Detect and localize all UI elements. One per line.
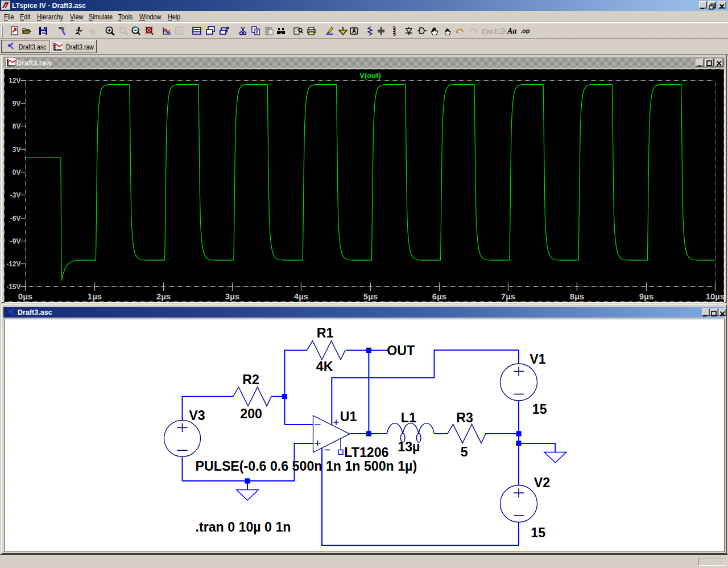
svg-text:LT1206: LT1206 <box>344 445 388 460</box>
svg-text:PULSE(-0.6 0.6 500n 1n 1n 500n: PULSE(-0.6 0.6 500n 1n 1n 500n 1µ) <box>196 459 417 474</box>
svg-text:V(out): V(out) <box>359 71 381 80</box>
svg-text:L1: L1 <box>401 410 416 425</box>
svg-text:OUT: OUT <box>387 343 415 358</box>
svg-text:5µs: 5µs <box>363 291 378 301</box>
svg-text:-15V: -15V <box>6 283 20 291</box>
svg-text:A: A <box>352 28 356 34</box>
svg-text:12V: 12V <box>9 77 20 85</box>
svg-text:9V: 9V <box>13 100 21 108</box>
svg-text:3µs: 3µs <box>225 291 239 301</box>
svg-text:2µs: 2µs <box>156 291 171 301</box>
svg-text:10µs: 10µs <box>706 291 724 301</box>
svg-text:Aa: Aa <box>507 27 516 35</box>
svg-text:E∋: E∋ <box>494 27 506 35</box>
svg-text:8µs: 8µs <box>570 291 584 301</box>
svg-text:4K: 4K <box>316 359 333 374</box>
svg-text:9µs: 9µs <box>639 291 653 301</box>
svg-text:0µs: 0µs <box>18 291 32 301</box>
svg-text:5: 5 <box>461 444 468 459</box>
svg-text:3V: 3V <box>13 146 21 154</box>
svg-text:-6V: -6V <box>10 215 21 223</box>
svg-text:1µs: 1µs <box>88 291 102 301</box>
svg-text:.op: .op <box>520 27 530 34</box>
svg-text:7µs: 7µs <box>501 291 515 301</box>
svg-text:R3: R3 <box>456 410 473 425</box>
svg-text:-3V: -3V <box>10 191 21 199</box>
svg-text:0V: 0V <box>13 168 21 176</box>
svg-text:6V: 6V <box>13 122 21 130</box>
svg-text:13µ: 13µ <box>398 439 420 454</box>
svg-text:U1: U1 <box>340 409 357 424</box>
svg-text:V3: V3 <box>189 408 205 423</box>
svg-text:-9V: -9V <box>10 237 21 245</box>
svg-text:4µs: 4µs <box>294 291 308 301</box>
svg-text:V1: V1 <box>530 352 545 367</box>
svg-text:-12V: -12V <box>6 260 20 268</box>
svg-text:Em: Em <box>482 27 493 35</box>
svg-text:15: 15 <box>531 525 545 540</box>
svg-text:V2: V2 <box>534 475 550 490</box>
svg-text:R1: R1 <box>317 326 334 340</box>
svg-text:6µs: 6µs <box>432 291 446 301</box>
svg-text:.tran 0 10µ 0 1n: .tran 0 10µ 0 1n <box>196 520 291 534</box>
svg-text:R2: R2 <box>242 372 259 387</box>
svg-text:15: 15 <box>532 402 547 417</box>
svg-text:200: 200 <box>240 406 262 421</box>
